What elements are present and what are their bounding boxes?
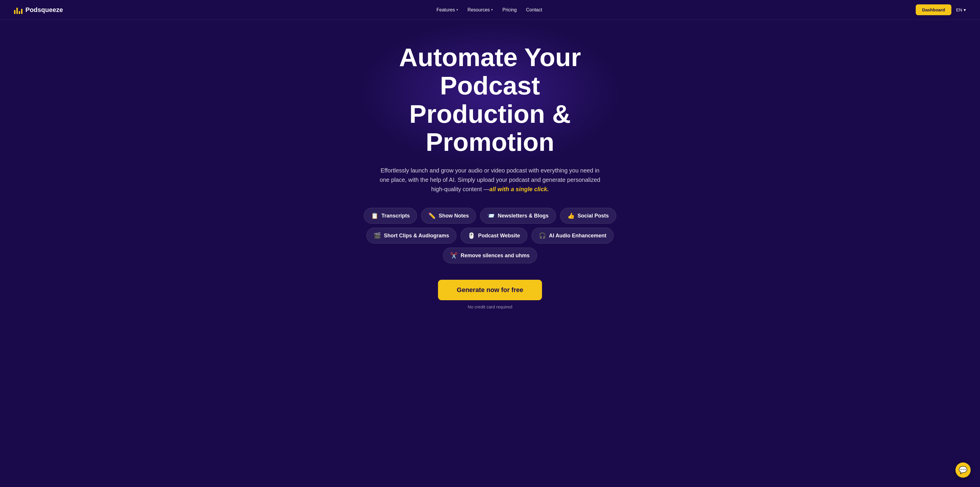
newsletters-icon: 📨: [487, 212, 495, 219]
hero-title: Automate Your Podcast Production & Promo…: [358, 43, 622, 156]
nav-pricing[interactable]: Pricing: [502, 7, 517, 13]
short-clips-icon: 🎬: [374, 232, 381, 239]
feature-tag-transcripts[interactable]: 📋 Transcripts: [364, 208, 417, 224]
nav-resources[interactable]: Resources ▾: [468, 7, 493, 13]
chevron-down-icon: ▾: [457, 8, 458, 12]
social-posts-icon: 👍: [568, 212, 575, 219]
hero-section: Automate Your Podcast Production & Promo…: [0, 20, 980, 327]
show-notes-icon: ✏️: [428, 212, 436, 219]
nav-links: Features ▾ Resources ▾ Pricing Contact: [436, 7, 542, 13]
chat-icon: 💬: [959, 466, 967, 474]
chevron-down-icon: ▾: [964, 7, 966, 13]
language-selector[interactable]: EN ▾: [956, 7, 966, 13]
hero-highlight: all with a single click.: [489, 186, 549, 193]
feature-tag-podcast-website[interactable]: 🖱️ Podcast Website: [460, 228, 527, 244]
dashboard-button[interactable]: Dashboard: [916, 5, 951, 15]
logo-text: Podsqueeze: [25, 6, 63, 14]
logo-area[interactable]: Podsqueeze: [14, 6, 63, 14]
nav-contact[interactable]: Contact: [526, 7, 542, 13]
no-credit-card-label: No credit card required: [468, 304, 512, 309]
feature-tag-show-notes[interactable]: ✏️ Show Notes: [421, 208, 476, 224]
feature-tag-social-posts[interactable]: 👍 Social Posts: [560, 208, 616, 224]
feature-tag-short-clips[interactable]: 🎬 Short Clips & Audiograms: [366, 228, 457, 244]
nav-right: Dashboard EN ▾: [916, 5, 966, 15]
podcast-website-icon: 🖱️: [468, 232, 475, 239]
nav-features[interactable]: Features ▾: [436, 7, 458, 13]
ai-audio-icon: 🎧: [539, 232, 546, 239]
generate-button[interactable]: Generate now for free: [438, 280, 542, 300]
chat-bubble[interactable]: 💬: [955, 462, 970, 477]
logo-icon: [14, 6, 22, 14]
chevron-down-icon: ▾: [491, 8, 493, 12]
transcripts-icon: 📋: [371, 212, 379, 219]
cta-area: Generate now for free No credit card req…: [438, 280, 542, 309]
navbar: Podsqueeze Features ▾ Resources ▾ Pricin…: [0, 0, 980, 20]
hero-subtitle: Effortlessly launch and grow your audio …: [376, 166, 604, 194]
feature-tag-remove-silences[interactable]: ✂️ Remove silences and uhms: [443, 248, 537, 263]
scissors-icon: ✂️: [450, 252, 458, 259]
feature-tag-ai-audio[interactable]: 🎧 AI Audio Enhancement: [531, 228, 614, 244]
feature-tag-newsletters[interactable]: 📨 Newsletters & Blogs: [480, 208, 556, 224]
features-row: 📋 Transcripts ✏️ Show Notes 📨 Newsletter…: [356, 208, 624, 263]
